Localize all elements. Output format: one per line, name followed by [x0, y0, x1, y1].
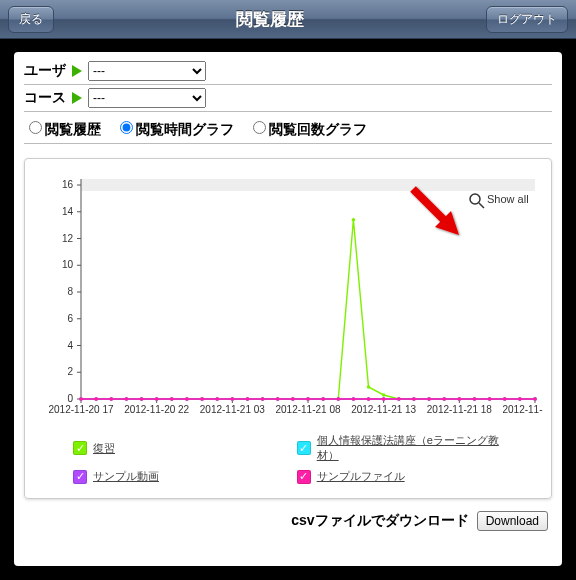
svg-text:16: 16 [62, 179, 74, 190]
page-title: 閲覧履歴 [236, 8, 304, 31]
svg-point-184 [458, 397, 462, 401]
zoom-icon[interactable] [470, 194, 480, 204]
svg-point-174 [306, 397, 310, 401]
svg-text:0: 0 [67, 393, 73, 404]
svg-text:2012-11-21 23: 2012-11-21 23 [502, 404, 543, 415]
filter-form: ユーザ --- コース --- 閲覧履歴 閲覧時間グラフ 閲覧回数グラフ [14, 52, 562, 146]
svg-point-189 [533, 397, 537, 401]
svg-point-164 [155, 397, 159, 401]
logout-button[interactable]: ログアウト [486, 6, 568, 33]
svg-text:2012-11-21 13: 2012-11-21 13 [351, 404, 416, 415]
tab-count-graph[interactable]: 閲覧回数グラフ [248, 121, 367, 137]
svg-point-169 [231, 397, 235, 401]
svg-rect-0 [81, 179, 535, 191]
svg-point-168 [215, 397, 219, 401]
back-button[interactable]: 戻る [8, 6, 54, 33]
svg-point-165 [170, 397, 174, 401]
arrow-right-icon [72, 92, 82, 104]
tab-time-graph[interactable]: 閲覧時間グラフ [115, 121, 234, 137]
download-label: csvファイルでダウンロード [291, 512, 468, 530]
content-frame: ユーザ --- コース --- 閲覧履歴 閲覧時間グラフ 閲覧回数グラフ 024… [4, 42, 572, 576]
svg-point-172 [276, 397, 280, 401]
svg-text:4: 4 [67, 340, 73, 351]
show-all-button[interactable]: Show all [487, 193, 529, 205]
legend-swatch[interactable]: ✓ [297, 470, 311, 484]
svg-point-176 [336, 397, 340, 401]
svg-point-171 [261, 397, 265, 401]
user-label: ユーザ [24, 62, 70, 80]
svg-point-159 [79, 397, 83, 401]
svg-text:10: 10 [62, 259, 74, 270]
svg-text:2012-11-21 18: 2012-11-21 18 [427, 404, 492, 415]
svg-point-84 [352, 218, 356, 222]
course-label: コース [24, 89, 70, 107]
legend-swatch[interactable]: ✓ [73, 470, 87, 484]
line-chart: 02468101214162012-11-20 172012-11-20 222… [33, 167, 543, 427]
svg-point-86 [382, 393, 386, 397]
chart-card: 02468101214162012-11-20 172012-11-20 222… [24, 158, 552, 499]
user-select[interactable]: --- [88, 61, 206, 81]
svg-line-190 [479, 203, 484, 208]
svg-point-182 [427, 397, 431, 401]
chart-area: 02468101214162012-11-20 172012-11-20 222… [33, 167, 543, 427]
svg-text:2012-11-20 17: 2012-11-20 17 [48, 404, 113, 415]
svg-point-170 [246, 397, 250, 401]
svg-text:2012-11-21 03: 2012-11-21 03 [200, 404, 265, 415]
svg-text:2012-11-21 08: 2012-11-21 08 [275, 404, 340, 415]
svg-point-178 [367, 397, 371, 401]
legend-swatch[interactable]: ✓ [73, 441, 87, 455]
svg-point-161 [109, 397, 113, 401]
course-row: コース --- [24, 85, 552, 112]
svg-text:12: 12 [62, 233, 74, 244]
svg-point-180 [397, 397, 401, 401]
svg-text:2: 2 [67, 366, 73, 377]
svg-point-85 [367, 385, 371, 389]
download-button[interactable]: Download [477, 511, 548, 531]
view-tabs: 閲覧履歴 閲覧時間グラフ 閲覧回数グラフ [24, 112, 552, 144]
svg-point-167 [200, 397, 204, 401]
download-row: csvファイルでダウンロード Download [14, 507, 562, 541]
legend-item[interactable]: ✓サンプルファイル [297, 469, 521, 484]
legend-swatch[interactable]: ✓ [297, 441, 311, 455]
svg-point-175 [321, 397, 325, 401]
svg-text:2012-11-20 22: 2012-11-20 22 [124, 404, 189, 415]
svg-point-179 [382, 397, 386, 401]
legend-item[interactable]: ✓サンプル動画 [73, 469, 297, 484]
svg-point-181 [412, 397, 416, 401]
chart-legend: ✓復習✓個人情報保護法講座（eラーニング教材）✓サンプル動画✓サンプルファイル [33, 427, 543, 494]
svg-point-188 [518, 397, 522, 401]
svg-text:8: 8 [67, 286, 73, 297]
svg-point-162 [125, 397, 129, 401]
legend-label[interactable]: サンプルファイル [317, 469, 405, 484]
svg-point-187 [503, 397, 507, 401]
svg-point-185 [473, 397, 477, 401]
svg-text:14: 14 [62, 206, 74, 217]
svg-point-163 [140, 397, 144, 401]
legend-item[interactable]: ✓個人情報保護法講座（eラーニング教材） [297, 433, 521, 463]
arrow-right-icon [72, 65, 82, 77]
legend-item[interactable]: ✓復習 [73, 433, 297, 463]
svg-point-166 [185, 397, 189, 401]
svg-point-186 [488, 397, 492, 401]
user-row: ユーザ --- [24, 58, 552, 85]
svg-point-173 [291, 397, 295, 401]
svg-point-183 [442, 397, 446, 401]
svg-point-160 [94, 397, 98, 401]
course-select[interactable]: --- [88, 88, 206, 108]
title-bar: 戻る 閲覧履歴 ログアウト [0, 0, 576, 39]
legend-label[interactable]: サンプル動画 [93, 469, 159, 484]
tab-history[interactable]: 閲覧履歴 [24, 121, 101, 137]
legend-label[interactable]: 復習 [93, 441, 115, 456]
svg-point-177 [352, 397, 356, 401]
svg-text:6: 6 [67, 313, 73, 324]
legend-label[interactable]: 個人情報保護法講座（eラーニング教材） [317, 433, 521, 463]
